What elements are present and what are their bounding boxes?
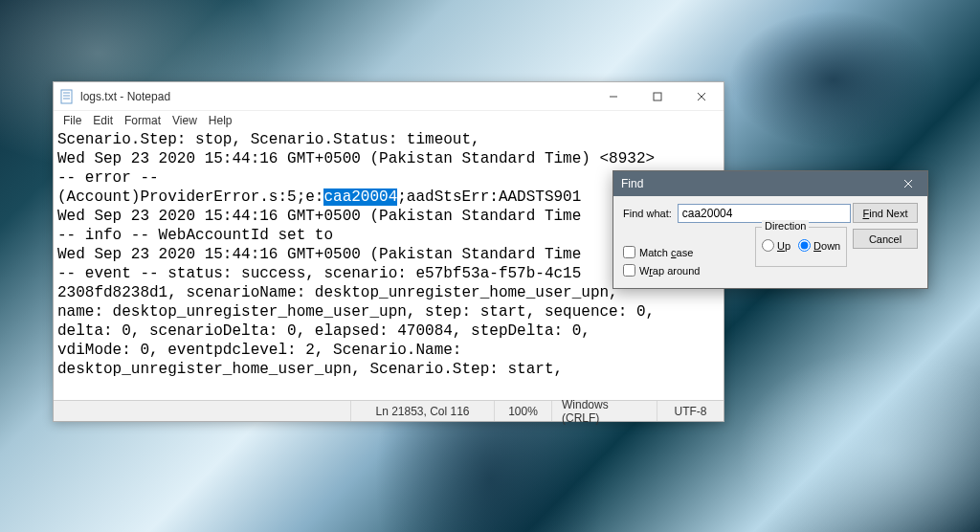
editor-line: vdiMode: 0, eventpdclevel: 2, Scenario.N… (57, 342, 461, 359)
editor-line: desktop_unregister_home_user_upn, Scenar… (57, 361, 563, 378)
status-encoding: UTF-8 (657, 401, 724, 421)
find-close-button[interactable] (889, 171, 927, 196)
find-buttons: Find Next Cancel (853, 203, 918, 249)
direction-down-label[interactable]: Down (798, 239, 840, 252)
find-dialog: Find Find what: Find Next Cancel Match c… (612, 170, 928, 289)
match-case-label[interactable]: Match case (639, 247, 693, 258)
find-body: Find what: Find Next Cancel Match case W… (613, 196, 927, 288)
direction-up-radio[interactable] (762, 239, 774, 252)
wrap-around-label[interactable]: Wrap around (639, 265, 700, 277)
svg-rect-0 (61, 90, 72, 103)
editor-line: Wed Sep 23 2020 15:44:16 GMT+0500 (Pakis… (57, 150, 655, 167)
editor-text: ;aadStsErr:AADSTS901 (397, 188, 581, 206)
direction-down-radio[interactable] (798, 239, 811, 252)
selected-text: caa20004 (323, 188, 397, 206)
label-part: Match (639, 247, 671, 258)
label-accel: D (813, 240, 821, 252)
svg-rect-5 (654, 93, 661, 100)
statusbar-spacer (54, 401, 350, 421)
menubar: File Edit Format View Help (54, 111, 724, 130)
editor-line: -- error -- (57, 169, 159, 187)
maximize-button[interactable] (635, 82, 679, 111)
window-title: logs.txt - Notepad (80, 90, 170, 103)
notepad-icon (59, 89, 75, 104)
close-button[interactable] (679, 82, 724, 111)
status-eol: Windows (CRLF) (551, 401, 657, 421)
find-title: Find (621, 177, 643, 190)
editor-line: delta: 0, scenarioDelta: 0, elapsed: 470… (57, 322, 590, 340)
minimize-button[interactable] (591, 82, 635, 111)
menu-help[interactable]: Help (203, 113, 238, 128)
editor-line: Wed Sep 23 2020 15:44:16 GMT+0500 (Pakis… (57, 208, 581, 225)
editor-line: Wed Sep 23 2020 15:44:16 GMT+0500 (Pakis… (57, 246, 581, 263)
editor-line: -- info -- WebAccountId set to (57, 227, 333, 244)
label-part: ase (677, 247, 694, 258)
statusbar: Ln 21853, Col 116 100% Windows (CRLF) UT… (54, 400, 724, 421)
menu-edit[interactable]: Edit (87, 113, 119, 128)
label-part: W (639, 265, 649, 277)
wrap-around-checkbox[interactable] (623, 264, 635, 277)
direction-legend: Direction (762, 220, 809, 232)
menu-format[interactable]: Format (119, 113, 167, 128)
match-case-checkbox[interactable] (623, 246, 635, 258)
editor-line: Scenario.Step: stop, Scenario.Status: ti… (57, 131, 480, 148)
cancel-button[interactable]: Cancel (853, 229, 918, 249)
editor-line: -- event -- status: success, scenario: e… (57, 265, 581, 282)
find-next-button[interactable]: Find Next (853, 203, 918, 223)
editor-line: 2308fd8238d1, scenarioName: desktop_unre… (57, 284, 618, 301)
find-what-label: Find what: (623, 208, 672, 219)
direction-up-label[interactable]: Up (762, 239, 791, 252)
menu-view[interactable]: View (167, 113, 203, 128)
status-position: Ln 21853, Col 116 (350, 401, 494, 421)
label-part: ap around (653, 265, 701, 277)
window-controls (591, 82, 724, 111)
direction-group: Direction Up Down (755, 227, 847, 267)
label-accel: U (777, 240, 785, 252)
menu-file[interactable]: File (57, 113, 87, 128)
editor-line: (Account)ProviderError.s:5;e:caa20004;aa… (57, 188, 581, 206)
editor-line: name: desktop_unregister_home_user_upn, … (57, 303, 655, 321)
label-part: own (821, 240, 840, 252)
status-zoom: 100% (494, 401, 551, 421)
find-titlebar[interactable]: Find (613, 171, 927, 196)
titlebar[interactable]: logs.txt - Notepad (54, 82, 724, 111)
editor-text: (Account)ProviderError.s:5;e: (57, 188, 323, 206)
label-part: p (785, 240, 791, 252)
